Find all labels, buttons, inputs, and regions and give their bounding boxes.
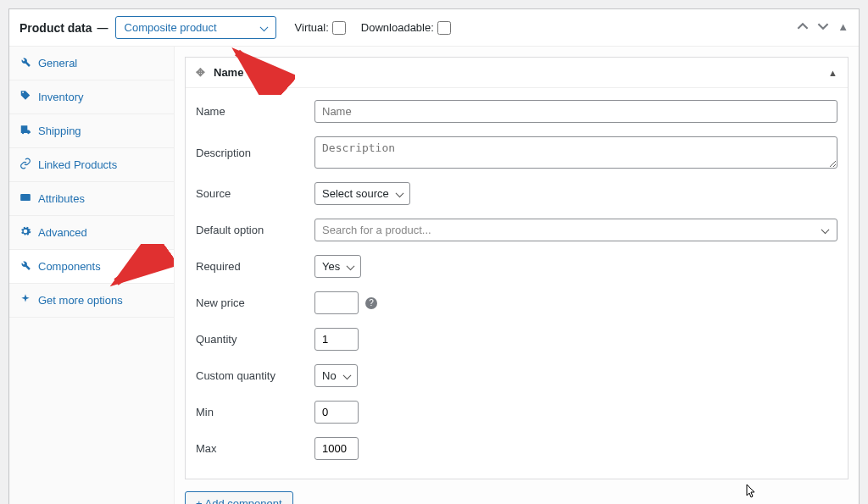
sidebar: General Inventory Shipping Linked Produc… — [9, 47, 175, 504]
custom-quantity-value: No — [322, 369, 337, 382]
sidebar-item-label: Advanced — [38, 226, 87, 239]
sidebar-item-attributes[interactable]: Attributes — [9, 182, 174, 216]
source-label: Source — [196, 187, 314, 200]
sidebar-item-advanced[interactable]: Advanced — [9, 216, 174, 250]
downloadable-label: Downloadable: — [361, 21, 434, 34]
sidebar-item-components[interactable]: Components — [9, 250, 174, 284]
sidebar-item-linked-products[interactable]: Linked Products — [9, 148, 174, 182]
default-option-placeholder: Search for a product... — [322, 224, 431, 236]
card-icon — [19, 191, 31, 206]
max-input[interactable] — [314, 437, 359, 460]
spark-icon — [19, 293, 31, 307]
new-price-label: New price — [196, 296, 314, 309]
product-data-label: Product data — [19, 21, 92, 35]
component-header[interactable]: ✥ Name ▲ — [186, 58, 848, 88]
source-select[interactable]: Select source — [314, 182, 410, 205]
sidebar-item-inventory[interactable]: Inventory — [9, 80, 174, 114]
checkbox-group: Virtual: Downloadable: — [295, 21, 451, 35]
min-input[interactable] — [314, 401, 359, 424]
sidebar-item-get-more-options[interactable]: Get more options — [9, 284, 174, 318]
move-down-icon[interactable] — [817, 20, 829, 35]
help-icon[interactable]: ? — [365, 297, 377, 309]
sidebar-item-label: Shipping — [38, 125, 81, 137]
dash: — — [97, 21, 108, 34]
default-option-label: Default option — [196, 224, 314, 236]
description-input[interactable] — [314, 136, 837, 169]
svg-rect-0 — [20, 194, 31, 201]
panel-controls: ▲ — [797, 20, 849, 35]
product-type-select[interactable]: Composite product — [115, 16, 276, 39]
max-label: Max — [196, 442, 314, 455]
virtual-label: Virtual: — [295, 21, 329, 34]
mouse-cursor-icon — [746, 484, 758, 501]
default-option-select[interactable]: Search for a product... — [314, 219, 837, 241]
downloadable-checkbox[interactable] — [437, 21, 451, 35]
sidebar-item-label: Linked Products — [38, 158, 117, 171]
description-label: Description — [196, 147, 314, 159]
name-input[interactable] — [314, 100, 837, 123]
truck-icon — [19, 124, 31, 138]
sidebar-item-label: Components — [38, 260, 101, 273]
sidebar-item-label: Inventory — [38, 91, 83, 103]
product-type-value: Composite product — [125, 21, 217, 34]
sidebar-item-label: General — [38, 57, 77, 69]
name-label: Name — [196, 105, 314, 118]
custom-quantity-select[interactable]: No — [314, 364, 358, 387]
sidebar-item-shipping[interactable]: Shipping — [9, 114, 174, 148]
source-value: Select source — [322, 187, 389, 200]
component-title: Name — [214, 66, 243, 79]
link-icon — [19, 158, 31, 172]
panel-header: Product data — Composite product Virtual… — [9, 9, 859, 47]
required-select[interactable]: Yes — [314, 255, 361, 278]
required-label: Required — [196, 260, 314, 273]
drag-handle-icon[interactable]: ✥ — [196, 66, 205, 79]
custom-quantity-label: Custom quantity — [196, 369, 314, 382]
required-value: Yes — [322, 260, 340, 273]
quantity-input[interactable] — [314, 328, 359, 351]
new-price-input[interactable] — [314, 291, 359, 314]
move-up-icon[interactable] — [797, 20, 809, 35]
component-box: ✥ Name ▲ Name Description Source — [185, 57, 849, 479]
virtual-checkbox[interactable] — [332, 21, 346, 35]
wrench-icon — [19, 56, 31, 70]
gear-icon — [19, 225, 31, 240]
sidebar-item-label: Attributes — [38, 192, 85, 205]
sidebar-item-label: Get more options — [38, 294, 123, 307]
component-form: Name Description Source Select source — [186, 88, 848, 479]
min-label: Min — [196, 406, 314, 418]
toggle-panel-icon[interactable]: ▲ — [837, 20, 849, 35]
downloadable-checkbox-label[interactable]: Downloadable: — [361, 21, 451, 35]
virtual-checkbox-label[interactable]: Virtual: — [295, 21, 346, 35]
product-data-panel: Product data — Composite product Virtual… — [8, 8, 860, 504]
quantity-label: Quantity — [196, 333, 314, 346]
wrench-icon — [19, 259, 31, 274]
tag-icon — [19, 90, 31, 104]
main-content: ✥ Name ▲ Name Description Source — [175, 47, 859, 504]
collapse-icon[interactable]: ▲ — [828, 68, 837, 78]
add-component-button[interactable]: + Add component — [185, 491, 293, 504]
sidebar-item-general[interactable]: General — [9, 47, 174, 80]
